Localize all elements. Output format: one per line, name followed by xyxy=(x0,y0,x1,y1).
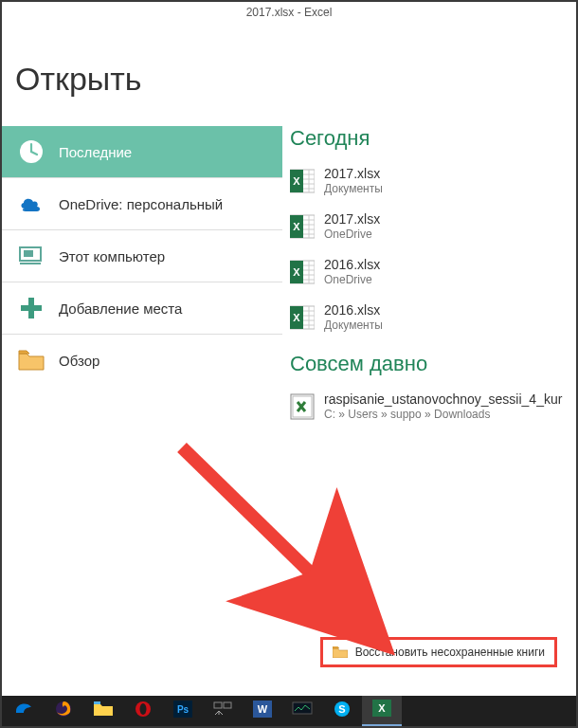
svg-text:X: X xyxy=(293,221,300,232)
svg-rect-47 xyxy=(214,702,222,708)
nav-label: Этот компьютер xyxy=(59,248,165,264)
excel-file-icon: X xyxy=(290,258,315,286)
titlebar: 2017.xlsx - Excel xyxy=(2,2,576,23)
nav-recent[interactable]: Последние xyxy=(2,126,282,177)
svg-rect-42 xyxy=(94,701,100,704)
taskbar-opera[interactable] xyxy=(123,696,163,726)
taskbar-photoshop[interactable]: Ps xyxy=(163,696,203,726)
computer-icon xyxy=(17,242,45,270)
tasks-icon xyxy=(213,701,232,720)
excel-icon: X xyxy=(372,700,391,720)
firefox-icon xyxy=(54,700,73,722)
page-title: Открыть xyxy=(2,23,576,126)
taskbar-explorer[interactable] xyxy=(83,696,123,726)
file-item[interactable]: X2016.xlsxДокументы xyxy=(290,295,576,340)
excel-file-icon: X xyxy=(290,303,315,332)
skype-icon: S xyxy=(334,701,351,721)
file-name: 2016.xlsx xyxy=(324,303,383,318)
explorer-icon xyxy=(94,701,113,720)
file-name: raspisanie_ustanovochnoy_sessii_4_kur xyxy=(324,392,562,407)
file-location: OneDrive xyxy=(324,273,380,286)
taskbar-word[interactable]: W xyxy=(243,696,282,726)
section-title: Совсем давно xyxy=(290,352,576,376)
file-name: 2017.xlsx xyxy=(324,167,383,181)
svg-text:Ps: Ps xyxy=(177,704,190,715)
svg-text:X: X xyxy=(293,175,300,187)
word-icon: W xyxy=(253,701,272,721)
taskbar-monitor[interactable] xyxy=(282,696,322,726)
plus-icon xyxy=(17,294,45,322)
opera-icon xyxy=(135,701,152,721)
file-item[interactable]: X2016.xlsxOneDrive xyxy=(290,249,576,295)
titlebar-text: 2017.xlsx - Excel xyxy=(246,6,333,19)
excel-file-icon: X xyxy=(290,212,315,241)
file-location: Документы xyxy=(324,182,383,195)
cloud-icon xyxy=(17,190,45,218)
svg-text:X: X xyxy=(293,312,300,323)
nav-label: Добавление места xyxy=(59,300,182,317)
nav-browse[interactable]: Обзор xyxy=(2,335,282,386)
svg-text:X: X xyxy=(378,702,386,714)
svg-text:X: X xyxy=(293,266,300,278)
nav-label: Обзор xyxy=(59,353,99,369)
svg-text:S: S xyxy=(338,703,345,715)
open-nav: ПоследниеOneDrive: персональныйЭтот комп… xyxy=(2,126,282,699)
photoshop-icon: Ps xyxy=(173,701,192,721)
taskbar-edge[interactable] xyxy=(4,696,44,726)
nav-label: OneDrive: персональный xyxy=(59,196,223,212)
file-item[interactable]: X2017.xlsxДокументы xyxy=(290,158,576,204)
excel-file-icon: X xyxy=(290,167,315,195)
edge-icon xyxy=(14,700,33,722)
file-location: Документы xyxy=(324,318,383,332)
svg-rect-2 xyxy=(24,250,33,257)
svg-text:W: W xyxy=(258,703,268,715)
file-location: C: » Users » suppo » Downloads xyxy=(324,408,562,421)
nav-thispc[interactable]: Этот компьютер xyxy=(2,230,282,282)
recover-unsaved-button[interactable]: Восстановить несохраненные книги xyxy=(320,637,557,667)
section-title: Сегодня xyxy=(290,126,576,151)
nav-label: Последние xyxy=(59,144,132,160)
folder-icon xyxy=(17,346,45,374)
files-panel: СегодняX2017.xlsxДокументыX2017.xlsxOneD… xyxy=(282,126,576,699)
taskbar-tasks[interactable] xyxy=(203,696,243,726)
svg-point-44 xyxy=(140,703,147,715)
file-item[interactable]: raspisanie_ustanovochnoy_sessii_4_kurC: … xyxy=(290,384,576,429)
folder-icon xyxy=(333,646,348,658)
clock-icon xyxy=(17,137,45,166)
file-location: OneDrive xyxy=(324,228,380,241)
nav-addplace[interactable]: Добавление места xyxy=(2,282,282,334)
taskbar-excel[interactable]: X xyxy=(362,696,402,726)
excel-file-icon xyxy=(290,392,315,421)
file-item[interactable]: X2017.xlsxOneDrive xyxy=(290,204,576,249)
recover-label: Восстановить несохраненные книги xyxy=(355,646,545,659)
monitor-icon xyxy=(292,701,313,720)
svg-rect-5 xyxy=(21,305,42,311)
file-name: 2017.xlsx xyxy=(324,212,380,227)
nav-onedrive[interactable]: OneDrive: персональный xyxy=(2,178,282,229)
taskbar-firefox[interactable] xyxy=(44,696,83,726)
taskbar-skype[interactable]: S xyxy=(322,696,362,726)
svg-rect-48 xyxy=(224,702,231,708)
file-name: 2016.xlsx xyxy=(324,258,380,272)
taskbar: PsWSX xyxy=(2,696,576,726)
